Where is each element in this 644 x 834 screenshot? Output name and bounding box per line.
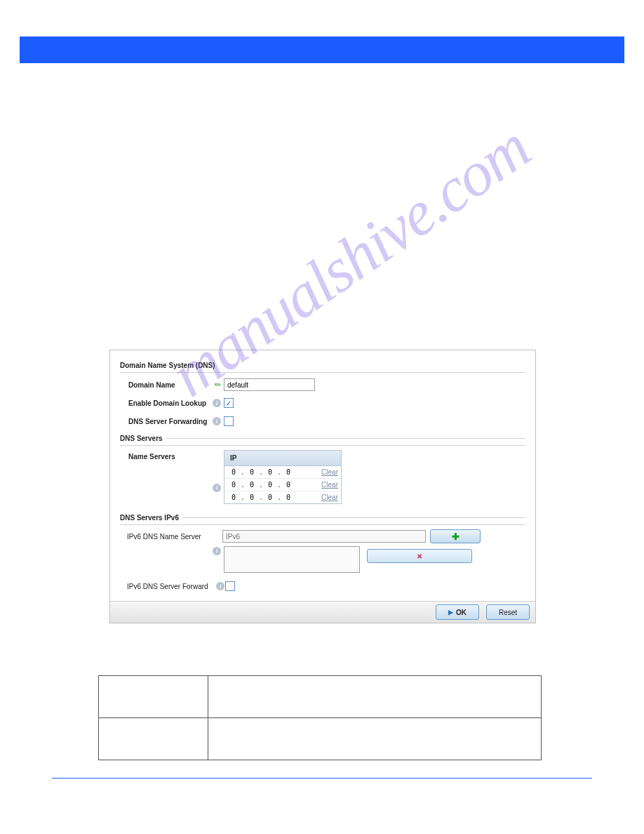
page-header-banner	[20, 37, 624, 63]
